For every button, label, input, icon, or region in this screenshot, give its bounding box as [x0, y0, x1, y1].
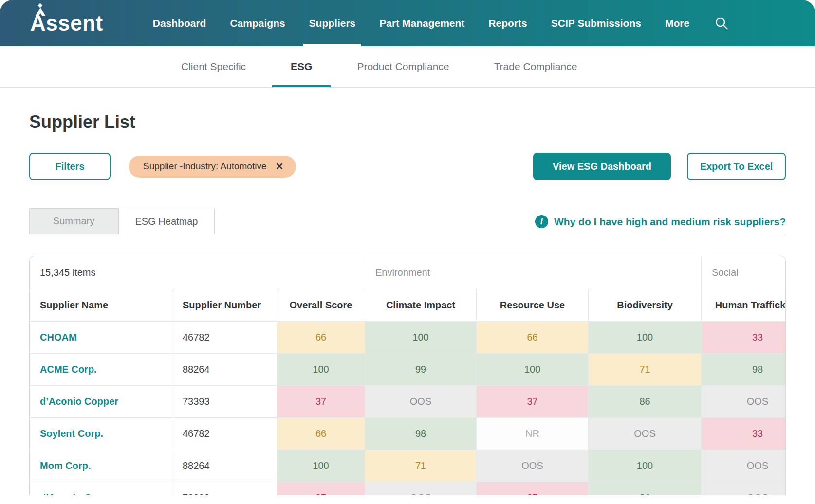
col-resource-use: Resource Use	[477, 289, 589, 322]
section-tabs: Client Specific ESG Product Compliance T…	[0, 46, 815, 88]
nav-item-suppliers[interactable]: Suppliers	[309, 0, 356, 46]
resource-use-cell: 37	[477, 482, 589, 495]
climate-impact-cell: 99	[365, 354, 477, 386]
human-trafficking-cell: 98	[702, 354, 786, 386]
table-row: Mom Corp. 88264 100 71 OOS 100 OOS	[30, 450, 786, 482]
filter-chip-label: Supplier -Industry: Automotive	[143, 161, 266, 172]
human-trafficking-cell: OOS	[702, 482, 786, 495]
supplier-name-link[interactable]: d’Aconio Copper	[30, 386, 172, 418]
supplier-number-cell: 46782	[172, 418, 277, 450]
resource-use-cell: 66	[477, 322, 589, 354]
group-environment: Environment	[365, 256, 702, 289]
climate-impact-cell: 100	[365, 322, 477, 354]
supplier-table: 15,345 items Environment Social Supplier…	[29, 256, 786, 495]
biodiversity-cell: 86	[589, 386, 702, 418]
biodiversity-cell: 71	[589, 354, 702, 386]
biodiversity-cell: 86	[589, 482, 702, 495]
page-title: Supplier List	[29, 112, 815, 132]
climate-impact-cell: OOS	[365, 482, 477, 495]
col-human-trafficking: Human Trafficking	[702, 289, 786, 322]
view-tabs-bar: Summary ESG Heatmap i Why do I have high…	[29, 208, 786, 234]
group-header-row: 15,345 items Environment Social	[30, 256, 786, 289]
tab-summary[interactable]: Summary	[29, 208, 118, 234]
supplier-name-link[interactable]: CHOAM	[30, 322, 172, 354]
supplier-name-link[interactable]: d’Aconio Copper	[30, 482, 172, 495]
human-trafficking-cell: OOS	[702, 386, 786, 418]
overall-score-cell: 100	[277, 450, 365, 482]
resource-use-cell: 37	[477, 386, 589, 418]
resource-use-cell: 100	[477, 354, 589, 386]
table-row: d’Aconio Copper 73393 37 OOS 37 86 OOS	[30, 386, 786, 418]
biodiversity-cell: OOS	[589, 418, 702, 450]
logo-star-icon	[38, 3, 43, 8]
tab-product-compliance[interactable]: Product Compliance	[357, 46, 449, 87]
top-navigation: Assent Dashboard Campaigns Suppliers Par…	[0, 0, 815, 46]
supplier-number-cell: 73393	[172, 482, 277, 495]
tab-esg-heatmap[interactable]: ESG Heatmap	[118, 209, 215, 234]
climate-impact-cell: 98	[365, 418, 477, 450]
filter-chip[interactable]: Supplier -Industry: Automotive ✕	[129, 156, 296, 178]
supplier-number-cell: 46782	[172, 322, 277, 354]
table-row: CHOAM 46782 66 100 66 100 33	[30, 322, 786, 354]
tab-client-specific[interactable]: Client Specific	[181, 46, 246, 87]
overall-score-cell: 37	[277, 386, 365, 418]
column-header-row: Supplier Name Supplier Number Overall Sc…	[30, 289, 786, 322]
table-row: Soylent Corp. 46782 66 98 NR OOS 33	[30, 418, 786, 450]
nav-item-campaigns[interactable]: Campaigns	[230, 0, 285, 46]
nav-item-dashboard[interactable]: Dashboard	[153, 0, 206, 46]
overall-score-cell: 66	[277, 418, 365, 450]
supplier-name-link[interactable]: ACME Corp.	[30, 354, 172, 386]
col-supplier-number: Supplier Number	[172, 289, 277, 322]
items-count: 15,345 items	[30, 256, 365, 289]
supplier-number-cell: 88264	[172, 354, 277, 386]
supplier-name-link[interactable]: Soylent Corp.	[30, 418, 172, 450]
nav-item-part-management[interactable]: Part Management	[379, 0, 464, 46]
nav-item-scip-submissions[interactable]: SCIP Submissions	[551, 0, 641, 46]
filters-button[interactable]: Filters	[29, 153, 111, 180]
human-trafficking-cell: 33	[702, 322, 786, 354]
tab-esg[interactable]: ESG	[291, 46, 312, 87]
search-icon[interactable]	[714, 16, 729, 31]
col-biodiversity: Biodiversity	[589, 289, 702, 322]
nav-item-more[interactable]: More	[665, 0, 689, 46]
toolbar: Filters Supplier -Industry: Automotive ✕…	[29, 153, 786, 180]
risk-help-link[interactable]: i Why do I have high and medium risk sup…	[535, 215, 786, 228]
assent-logo[interactable]: Assent	[30, 0, 103, 46]
export-to-excel-button[interactable]: Export To Excel	[687, 153, 786, 180]
biodiversity-cell: 100	[589, 450, 702, 482]
chip-close-icon[interactable]: ✕	[275, 162, 283, 171]
nav-item-reports[interactable]: Reports	[488, 0, 527, 46]
overall-score-cell: 37	[277, 482, 365, 495]
human-trafficking-cell: 33	[702, 418, 786, 450]
col-supplier-name: Supplier Name	[30, 289, 172, 322]
resource-use-cell: NR	[477, 418, 589, 450]
supplier-number-cell: 88264	[172, 450, 277, 482]
app-window: Assent Dashboard Campaigns Suppliers Par…	[0, 0, 815, 504]
climate-impact-cell: 71	[365, 450, 477, 482]
biodiversity-cell: 100	[589, 322, 702, 354]
col-overall-score: Overall Score	[277, 289, 365, 322]
resource-use-cell: OOS	[477, 450, 589, 482]
climate-impact-cell: OOS	[365, 386, 477, 418]
primary-nav: Dashboard Campaigns Suppliers Part Manag…	[153, 0, 689, 46]
supplier-name-link[interactable]: Mom Corp.	[30, 450, 172, 482]
info-icon: i	[535, 215, 548, 228]
risk-help-text: Why do I have high and medium risk suppl…	[554, 216, 786, 228]
overall-score-cell: 66	[277, 322, 365, 354]
col-climate-impact: Climate Impact	[365, 289, 477, 322]
supplier-number-cell: 73393	[172, 386, 277, 418]
overall-score-cell: 100	[277, 354, 365, 386]
view-esg-dashboard-button[interactable]: View ESG Dashboard	[533, 153, 671, 180]
mountain-icon-notch	[38, 13, 42, 16]
table-row: ACME Corp. 88264 100 99 100 71 98	[30, 354, 786, 386]
human-trafficking-cell: OOS	[702, 450, 786, 482]
group-social: Social	[702, 256, 786, 289]
tab-trade-compliance[interactable]: Trade Compliance	[494, 46, 577, 87]
table-row: d’Aconio Copper 73393 37 OOS 37 86 OOS	[30, 482, 786, 495]
